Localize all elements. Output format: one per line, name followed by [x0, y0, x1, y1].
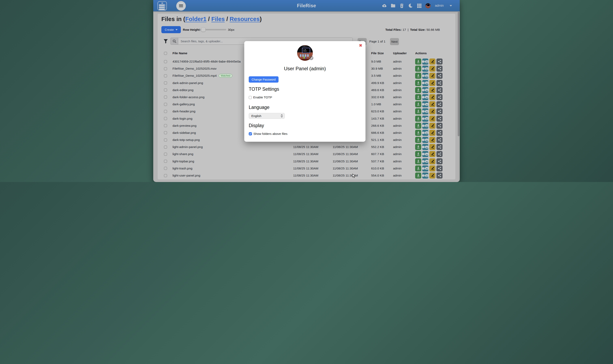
download-button[interactable] [415, 137, 421, 143]
create-button[interactable]: Create [161, 26, 181, 33]
row-checkbox[interactable] [164, 60, 167, 63]
user-avatar[interactable] [426, 3, 431, 8]
upload-icon[interactable] [382, 3, 387, 8]
edit-button[interactable] [429, 165, 435, 171]
row-checkbox[interactable] [164, 74, 167, 77]
window-scrollbar[interactable] [458, 12, 460, 181]
edit-button[interactable] [429, 116, 435, 122]
edit-button[interactable] [429, 130, 435, 136]
download-button[interactable] [415, 151, 421, 157]
preview-button[interactable] [422, 158, 428, 164]
preview-button[interactable] [422, 73, 428, 79]
row-checkbox[interactable] [164, 103, 167, 106]
file-name[interactable]: light-user-panel.png [172, 174, 200, 177]
share-button[interactable] [436, 165, 443, 171]
row-checkbox[interactable] [164, 117, 167, 120]
breadcrumb-link-files[interactable]: Files [211, 16, 225, 22]
share-button[interactable] [436, 158, 443, 164]
column-header-file-size[interactable]: File Size [368, 52, 393, 55]
row-checkbox[interactable] [164, 110, 167, 113]
row-checkbox[interactable] [164, 139, 167, 142]
share-button[interactable] [436, 59, 443, 65]
share-button[interactable] [436, 73, 443, 79]
edit-button[interactable] [429, 59, 435, 65]
download-button[interactable] [415, 108, 421, 114]
preview-button[interactable] [422, 144, 428, 150]
scrollbar-thumb[interactable] [458, 12, 460, 136]
share-button[interactable] [436, 101, 443, 107]
download-button[interactable] [415, 101, 421, 107]
file-name[interactable]: dark-editor.png [172, 88, 193, 92]
preview-button[interactable] [422, 80, 428, 86]
edit-button[interactable] [429, 80, 435, 86]
download-button[interactable] [415, 80, 421, 86]
edit-button[interactable] [429, 144, 435, 150]
file-name[interactable]: dark-header.png [172, 110, 195, 113]
share-button[interactable] [436, 151, 443, 157]
preview-button[interactable] [422, 108, 428, 114]
file-name[interactable]: dark-gallery.png [172, 103, 195, 106]
edit-button[interactable] [429, 108, 435, 114]
preview-button[interactable] [422, 130, 428, 136]
select-all-checkbox[interactable] [164, 52, 167, 55]
trash-restore-icon[interactable] [399, 3, 404, 8]
row-checkbox[interactable] [164, 67, 167, 70]
download-button[interactable] [415, 65, 421, 72]
breadcrumb-link-folder1[interactable]: Folder1 [185, 16, 207, 22]
preview-button[interactable] [422, 116, 428, 122]
preview-button[interactable] [422, 123, 428, 129]
dark-mode-moon-icon[interactable] [408, 3, 413, 8]
row-checkbox[interactable] [164, 131, 167, 134]
download-button[interactable] [415, 165, 421, 171]
file-name[interactable]: light-trash.png [172, 167, 192, 170]
change-password-button[interactable]: Change Password [249, 76, 279, 83]
edit-button[interactable] [429, 94, 435, 100]
download-button[interactable] [415, 144, 421, 150]
filter-icon[interactable] [164, 39, 168, 44]
download-button[interactable] [415, 59, 421, 65]
share-button[interactable] [436, 116, 443, 122]
row-checkbox[interactable] [164, 89, 167, 91]
share-button[interactable] [436, 137, 443, 143]
file-name[interactable]: dark-login.png [172, 117, 192, 120]
file-name[interactable]: light-share.png [172, 152, 193, 156]
share-button[interactable] [436, 80, 443, 86]
file-name[interactable]: dark-sidebar.png [172, 131, 196, 135]
share-button[interactable] [436, 108, 443, 114]
download-button[interactable] [415, 172, 421, 179]
download-button[interactable] [415, 123, 421, 129]
language-select[interactable]: English [249, 113, 285, 119]
edit-button[interactable] [429, 87, 435, 93]
share-button[interactable] [436, 130, 443, 136]
share-button[interactable] [436, 65, 443, 72]
file-name[interactable]: dark-totp-setup.png [172, 138, 200, 142]
preview-button[interactable] [422, 101, 428, 107]
row-checkbox[interactable] [164, 153, 167, 156]
edit-button[interactable] [429, 123, 435, 129]
column-header-uploader[interactable]: Uploader [393, 52, 413, 55]
preview-button[interactable] [422, 172, 428, 179]
edit-button[interactable] [429, 172, 435, 179]
share-button[interactable] [436, 123, 443, 129]
edit-avatar-icon[interactable] [309, 56, 313, 60]
preview-button[interactable] [422, 165, 428, 171]
preview-button[interactable] [422, 94, 428, 100]
preview-button[interactable] [422, 137, 428, 143]
next-page-button[interactable]: Next [390, 38, 399, 45]
share-button[interactable] [436, 94, 443, 100]
show-folders-checkbox[interactable] [249, 132, 252, 135]
edit-button[interactable] [429, 65, 435, 72]
file-name[interactable]: FileRise_Demo_10252025.mp4 [172, 74, 217, 78]
row-checkbox[interactable] [164, 96, 167, 99]
download-button[interactable] [415, 73, 421, 79]
row-checkbox[interactable] [164, 167, 167, 170]
edit-button[interactable] [429, 101, 435, 107]
row-checkbox[interactable] [164, 160, 167, 163]
profile-avatar[interactable]: LIFE-1 I AM ERROR. [297, 45, 313, 61]
share-button[interactable] [436, 172, 443, 179]
edit-button[interactable] [429, 151, 435, 157]
share-button[interactable] [436, 144, 443, 150]
row-checkbox[interactable] [164, 124, 167, 127]
download-button[interactable] [415, 116, 421, 122]
file-name[interactable]: light-admin-panel.png [172, 145, 203, 149]
